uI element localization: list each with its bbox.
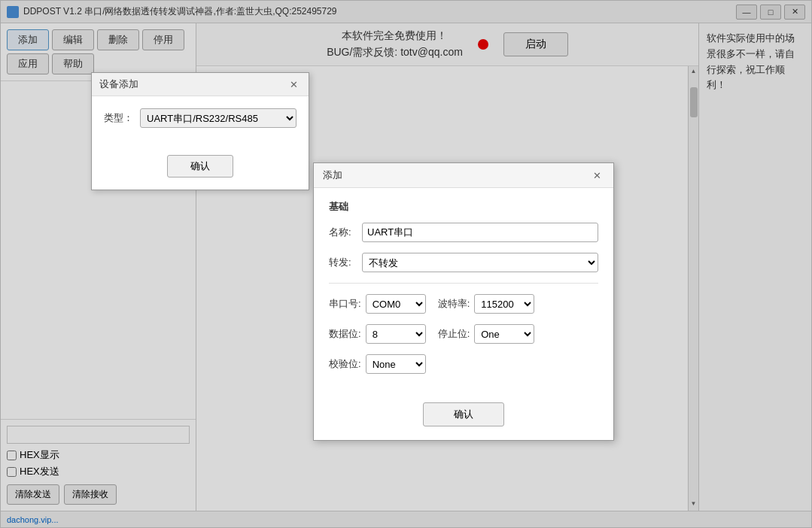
dialog-add-footer: 确认 xyxy=(314,396,613,440)
stopbits-label: 停止位: xyxy=(438,327,470,341)
port-select[interactable]: COM0 xyxy=(366,294,426,314)
type-field-row: 类型： UART串口/RS232/RS485 xyxy=(104,108,297,128)
databits-select[interactable]: 8 xyxy=(366,324,426,344)
dialog-device-add: 设备添加 ✕ 类型： UART串口/RS232/RS485 确认 xyxy=(91,72,309,190)
databits-label: 数据位: xyxy=(329,327,361,341)
dialog-device-add-close[interactable]: ✕ xyxy=(287,79,301,90)
section-basics: 基础 xyxy=(329,200,598,214)
baud-select[interactable]: 115200 xyxy=(474,294,534,314)
databits-group: 数据位: 8 xyxy=(329,324,426,344)
port-group: 串口号: COM0 xyxy=(329,294,426,314)
parity-select[interactable]: None xyxy=(366,354,426,374)
device-add-confirm-button[interactable]: 确认 xyxy=(167,155,233,178)
parity-row: 校验位: None xyxy=(329,354,598,374)
stopbits-group: 停止位: One xyxy=(438,324,535,344)
port-label: 串口号: xyxy=(329,297,361,311)
port-baud-row: 串口号: COM0 波特率: 115200 xyxy=(329,294,598,314)
main-window: DDPOST V1.2 串口/网络数据透传转发调试神器,作者:盖世大虫,QQ:2… xyxy=(0,0,812,528)
dialog-add-body: 基础 名称: 转发: 不转发 串口号: COM0 xyxy=(314,188,613,396)
stopbits-select[interactable]: One xyxy=(474,324,534,344)
dialog-add-title-bar: 添加 ✕ xyxy=(314,163,613,188)
name-input[interactable] xyxy=(362,223,598,242)
forward-row: 转发: 不转发 xyxy=(329,253,598,272)
dialog-device-add-title: 设备添加 xyxy=(99,77,138,91)
baud-label: 波特率: xyxy=(438,297,470,311)
dialog-add-close[interactable]: ✕ xyxy=(590,170,604,181)
parity-label: 校验位: xyxy=(329,357,361,371)
type-select[interactable]: UART串口/RS232/RS485 xyxy=(140,108,297,128)
name-row: 名称: xyxy=(329,223,598,242)
dialog-add-title: 添加 xyxy=(323,168,342,182)
name-label: 名称: xyxy=(329,226,362,239)
databits-stopbits-row: 数据位: 8 停止位: One xyxy=(329,324,598,344)
forward-label: 转发: xyxy=(329,256,362,269)
dialog-add-main: 添加 ✕ 基础 名称: 转发: 不转发 串口号: xyxy=(313,162,614,441)
dialog-device-add-footer: 确认 xyxy=(92,149,309,190)
divider xyxy=(329,283,598,284)
dialog-device-add-body: 类型： UART串口/RS232/RS485 xyxy=(92,96,309,149)
baud-group: 波特率: 115200 xyxy=(438,294,535,314)
dialog-device-add-title-bar: 设备添加 ✕ xyxy=(92,73,309,96)
parity-group: 校验位: None xyxy=(329,354,426,374)
forward-select[interactable]: 不转发 xyxy=(362,253,598,272)
add-confirm-button[interactable]: 确认 xyxy=(423,402,504,426)
type-label: 类型： xyxy=(104,111,140,125)
